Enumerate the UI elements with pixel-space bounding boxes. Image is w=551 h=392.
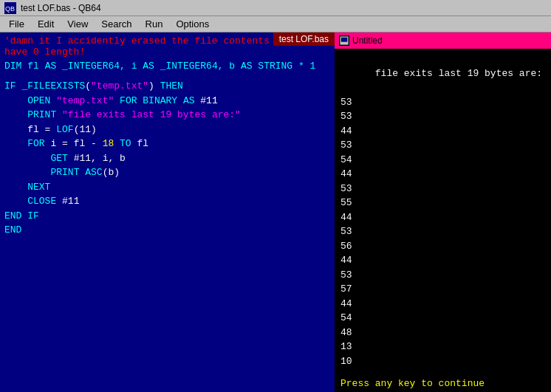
output-value-item: 53 [340,95,545,110]
output-footer: Press any key to continue [335,375,551,392]
title-bar: QB test LOF.bas - QB64 [0,0,551,16]
output-panel: Untitled file exits last 19 bytes are: 5… [335,32,551,392]
output-value-item: 53 [340,138,545,153]
output-header: file exits last 19 bytes are: [375,68,542,79]
output-value-item: 55 [340,196,545,210]
menu-file[interactable]: File [3,17,30,31]
output-value-item: 53 [340,109,545,124]
output-value-item: 44 [340,210,545,225]
output-content: file exits last 19 bytes are: 5353445354… [335,49,551,375]
title-bar-label: test LOF.bas - QB64 [21,3,101,13]
output-value-item: 56 [340,239,545,254]
code-tab-label[interactable]: test LOF.bas [273,32,335,46]
svg-rect-4 [341,43,348,44]
menu-run[interactable]: Run [140,17,169,31]
output-value-item: 44 [340,297,545,312]
menu-bar: File Edit View Search Run Options [0,16,551,32]
menu-edit[interactable]: Edit [32,17,60,31]
menu-options[interactable]: Options [170,17,215,31]
output-title-bar: Untitled [335,32,551,49]
menu-view[interactable]: View [61,17,94,31]
output-title-label: Untitled [352,35,383,46]
code-panel: test LOF.bas 'damn it I accidently erase… [0,32,335,392]
output-value-item: 44 [340,124,545,139]
output-value-item: 44 [340,167,545,182]
svg-rect-3 [341,38,348,42]
app-icon: QB [4,2,16,14]
code-block: IF _FILEEXISTS("temp.txt") THEN OPEN "te… [4,79,330,238]
output-value-item: 54 [340,311,545,326]
output-value-item: 53 [340,182,545,196]
output-value-item: 54 [340,153,545,168]
main-content: test LOF.bas 'damn it I accidently erase… [0,32,551,392]
menu-search[interactable]: Search [95,17,137,31]
output-value-item: 53 [340,224,545,239]
output-values: 53534453544453554453564453574454481310 [340,95,545,369]
dim-line: DIM fl AS _INTEGER64, i AS _INTEGER64, b… [4,61,330,72]
output-value-item: 57 [340,282,545,297]
output-value-item: 10 [340,354,545,369]
output-value-item: 13 [340,340,545,354]
output-value-item: 53 [340,268,545,283]
output-window-icon [339,35,349,46]
output-value-item: 44 [340,253,545,268]
output-value-item: 48 [340,326,545,340]
svg-text:QB: QB [5,5,15,13]
